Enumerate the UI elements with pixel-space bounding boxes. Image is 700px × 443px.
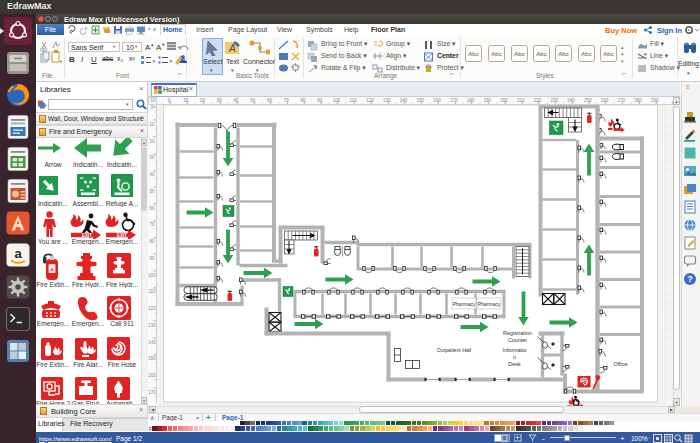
svg-text:?: ? [687, 274, 693, 284]
svg-text:A: A [51, 267, 54, 272]
svg-text:Informatio: Informatio [502, 346, 526, 352]
svg-text:▾: ▾ [44, 103, 47, 108]
svg-text:▾: ▾ [153, 58, 156, 64]
svg-text:Registration: Registration [503, 329, 532, 335]
svg-text:a: a [14, 246, 22, 261]
svg-text:A: A [228, 43, 236, 54]
svg-text:Pharmacy: Pharmacy [477, 301, 500, 307]
svg-text:▾: ▾ [170, 58, 173, 64]
svg-text:Outpatient Hall: Outpatient Hall [436, 347, 470, 353]
svg-text:Office: Office [613, 361, 627, 367]
svg-text:Counter: Counter [507, 336, 526, 342]
svg-text:Pharmacy: Pharmacy [452, 301, 475, 307]
svg-text:Desk: Desk [508, 360, 521, 366]
svg-text:n: n [513, 353, 516, 359]
